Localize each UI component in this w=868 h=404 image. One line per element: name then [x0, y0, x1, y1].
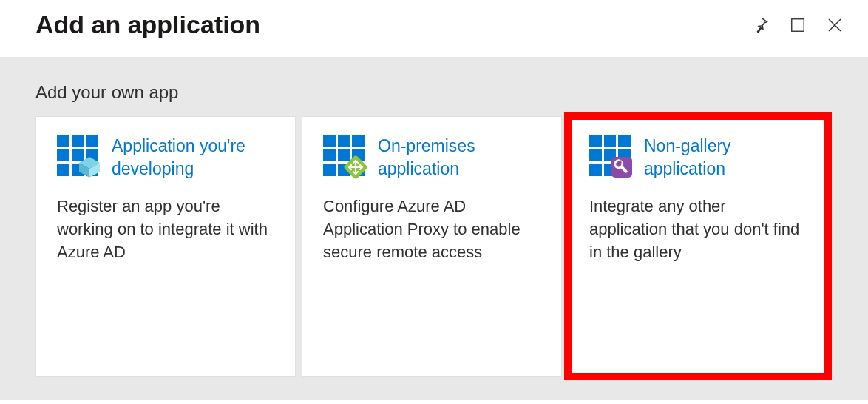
card-head: Non-gallery application — [589, 135, 807, 181]
card-on-premises[interactable]: On-premises application Configure Azure … — [302, 116, 562, 377]
header-actions — [751, 16, 844, 35]
card-title: Non-gallery application — [644, 135, 807, 181]
non-gallery-app-icon — [589, 135, 631, 176]
card-desc: Integrate any other application that you… — [589, 195, 807, 263]
maximize-icon[interactable] — [788, 16, 807, 35]
card-app-developing[interactable]: Application you're developing Register a… — [35, 116, 296, 377]
card-head: Application you're developing — [57, 135, 274, 181]
app-developing-icon — [57, 135, 98, 176]
pin-icon[interactable] — [751, 16, 770, 35]
content-area: Add your own app Application you're deve… — [0, 57, 868, 400]
svg-rect-0 — [792, 18, 804, 31]
card-desc: Register an app you're working on to int… — [57, 195, 274, 263]
section-title: Add your own app — [35, 82, 833, 103]
card-title: On-premises application — [378, 135, 540, 181]
close-icon[interactable] — [825, 16, 844, 35]
card-head: On-premises application — [323, 135, 540, 181]
card-desc: Configure Azure AD Application Proxy to … — [323, 195, 540, 263]
on-prem-app-icon — [323, 135, 365, 176]
page-title: Add an application — [35, 10, 260, 39]
card-title: Application you're developing — [112, 135, 274, 181]
card-row: Application you're developing Register a… — [35, 116, 833, 377]
blade-header: Add an application — [0, 0, 868, 57]
card-non-gallery[interactable]: Non-gallery application Integrate any ot… — [568, 116, 828, 377]
